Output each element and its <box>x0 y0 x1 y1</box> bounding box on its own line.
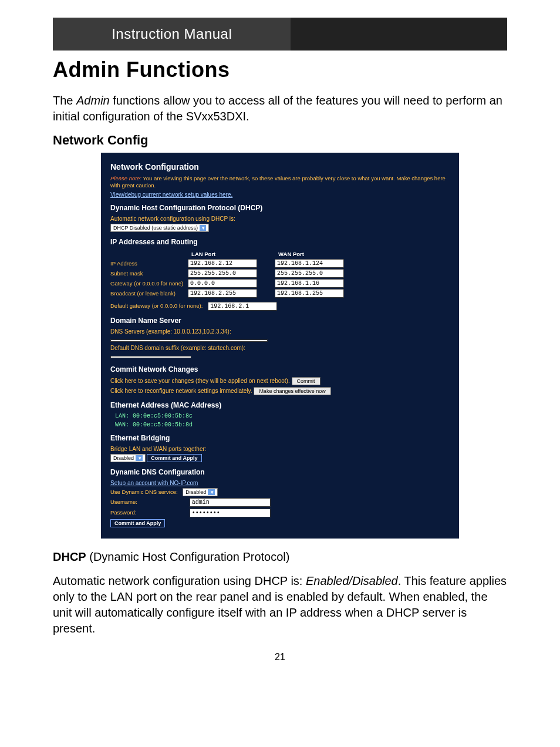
ddns-commit-button[interactable]: Commit and Apply <box>110 519 165 527</box>
header-left: Instruction Manual <box>53 18 291 51</box>
commit-heading: Commit Network Changes <box>110 365 450 374</box>
header-right <box>291 18 507 51</box>
row-bcast-label: Broadcast (or leave blank) <box>110 288 188 298</box>
subnet-wan-input[interactable]: 255.255.255.0 <box>275 269 344 278</box>
row-subnet-label: Subnet mask <box>110 268 188 278</box>
page-number: 21 <box>53 652 507 662</box>
ddns-user-input[interactable]: admin <box>190 498 271 507</box>
dns-suffix-input[interactable] <box>110 356 191 358</box>
ipaddr-wan-input[interactable]: 192.168.1.124 <box>275 259 344 268</box>
dhcp-title-line: DHCP (Dynamic Host Configuration Protoco… <box>53 549 507 565</box>
dns-suffix-label: Default DNS domain suffix (example: star… <box>110 345 450 351</box>
dhcp-body: Automatic network configuration using DH… <box>53 573 507 637</box>
gateway-wan-input[interactable]: 192.168.1.16 <box>275 279 344 288</box>
ddns-select[interactable]: Disabled <box>183 488 218 496</box>
ip-routing-table: LAN Port WAN Port IP Address 192.168.2.1… <box>110 250 348 298</box>
commit-line2: Click here to reconfigure network settin… <box>110 388 252 394</box>
ddns-pass-input[interactable]: •••••••• <box>190 509 271 517</box>
intro-em: Admin <box>76 94 110 107</box>
ddns-pass-label: Password: <box>110 509 184 516</box>
dhcp-label: Automatic network configuration using DH… <box>110 216 450 222</box>
header-title: Instruction Manual <box>112 26 232 42</box>
note-rest: You are viewing this page over the netwo… <box>110 175 446 189</box>
network-config-screenshot: Network Configuration Please note: You a… <box>101 153 459 539</box>
commit-button[interactable]: Commit <box>292 377 321 385</box>
col-lan: LAN Port <box>188 250 261 258</box>
ddns-use-label: Use Dynamic DNS service: <box>110 489 178 495</box>
bcast-wan-input[interactable]: 192.168.1.255 <box>275 289 344 298</box>
section-title: Admin Functions <box>53 58 507 82</box>
mac-lan: LAN: 00:0e:c5:00:5b:8c <box>115 413 450 419</box>
bridge-select[interactable]: Disabled <box>110 454 146 462</box>
dns-servers-label: DNS Servers (example: 10.0.0.123,10.2.3.… <box>110 328 450 335</box>
bridge-label: Bridge LAN and WAN ports together: <box>110 446 450 452</box>
ddns-user-label: Usemame: <box>110 499 184 505</box>
bridge-heading: Ethernet Bridging <box>110 434 450 442</box>
bcast-lan-input[interactable]: 192.168.2.255 <box>188 289 257 298</box>
dhcp-heading: Dynamic Host Configuration Protocol (DHC… <box>110 204 450 212</box>
note-emphasis: Please note: <box>110 175 141 181</box>
manual-header: Instruction Manual <box>53 18 507 51</box>
subheading-network-config: Network Config <box>53 133 507 148</box>
intro-pre: The <box>53 94 76 107</box>
dhcp-body-a: Automatic network configuration using DH… <box>53 574 306 587</box>
gateway-lan-input[interactable]: 0.0.0.0 <box>188 279 257 288</box>
dns-servers-input[interactable] <box>110 339 268 342</box>
dhcp-rest1: (Dynamic Host Configuration Protocol) <box>86 550 290 563</box>
netconf-note: Please note: You are viewing this page o… <box>110 175 450 190</box>
default-gw-label: Default gateway (or 0.0.0.0 for none): <box>110 302 203 309</box>
commit-line1: Click here to save your changes (they wi… <box>110 378 290 384</box>
row-ipaddr-label: IP Address <box>110 258 188 268</box>
dhcp-bold: DHCP <box>53 550 86 563</box>
ddns-setup-link[interactable]: Setup an account with NO-IP.com <box>110 480 198 486</box>
ddns-heading: Dynamic DNS Configuration <box>110 468 450 476</box>
default-gw-input[interactable]: 192.168.2.1 <box>208 302 277 311</box>
view-debug-link[interactable]: View/debug current network setup values … <box>110 191 232 198</box>
col-wan: WAN Port <box>275 250 348 258</box>
dhcp-select[interactable]: DHCP Disabled (use static address) <box>110 224 209 232</box>
intro-post: functions allow you to access all of the… <box>53 94 502 123</box>
ipaddr-lan-input[interactable]: 192.168.2.12 <box>188 259 257 268</box>
row-gateway-label: Gateway (or 0.0.0.0 for none) <box>110 278 188 288</box>
dns-heading: Domain Name Server <box>110 317 450 325</box>
make-effective-button[interactable]: Make changes effective now <box>254 387 330 395</box>
bridge-commit-button[interactable]: Commit and Apply <box>147 454 201 462</box>
mac-wan: WAN: 00:0e:c5:00:5b:8d <box>115 422 450 428</box>
dhcp-body-em: Enabled/Disabled <box>306 574 398 587</box>
netconf-heading: Network Configuration <box>110 162 450 171</box>
subnet-lan-input[interactable]: 255.255.255.0 <box>188 269 257 278</box>
mac-heading: Ethernet Address (MAC Address) <box>110 401 450 409</box>
intro-paragraph: The Admin functions allow you to access … <box>53 93 507 124</box>
ip-routing-heading: IP Addresses and Routing <box>110 238 450 246</box>
